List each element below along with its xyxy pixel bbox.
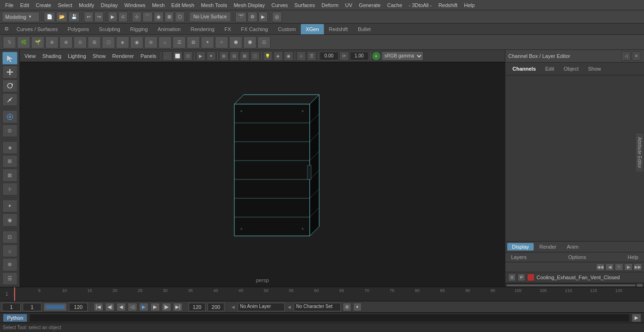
shelf-tab-fx-caching[interactable]: FX Caching bbox=[236, 24, 272, 34]
cb-tab-edit[interactable]: Edit bbox=[541, 65, 559, 73]
paint-select-btn[interactable]: ✦ bbox=[2, 200, 17, 212]
vp-menu-shading[interactable]: Shading bbox=[40, 52, 64, 60]
xgen-icon-3[interactable]: 🌱 bbox=[31, 36, 44, 49]
menu-cache[interactable]: Cache bbox=[384, 1, 405, 9]
menu-redshift[interactable]: Redshift bbox=[435, 1, 461, 9]
xgen-icon-13[interactable]: ☰ bbox=[173, 36, 186, 49]
shelf-tab-polygons[interactable]: Polygons bbox=[63, 24, 93, 34]
layer-prev-btn[interactable]: ◀ bbox=[605, 263, 614, 271]
select-mode-btn[interactable]: ▶ bbox=[108, 12, 117, 22]
vp-menu-renderer[interactable]: Renderer bbox=[109, 52, 137, 60]
layer-back-btn[interactable]: ◀◀ bbox=[596, 263, 604, 271]
attribute-editor-tab[interactable]: Attribute Editor bbox=[635, 133, 644, 172]
current-frame-input[interactable] bbox=[2, 303, 21, 311]
new-btn[interactable]: 📄 bbox=[44, 12, 55, 22]
ao-icon[interactable]: ◉ bbox=[284, 51, 293, 61]
timeline[interactable]: 1 5 10 15 20 25 30 35 40 45 50 55 60 65 … bbox=[0, 287, 644, 301]
script-input[interactable] bbox=[29, 314, 630, 322]
snap-surface-btn[interactable]: ⬡ bbox=[175, 12, 185, 22]
xgen-icon-16[interactable]: ✧ bbox=[215, 36, 228, 49]
parent-btn[interactable]: ⊠ bbox=[2, 169, 17, 181]
xray-btn[interactable]: ◎ bbox=[272, 12, 282, 22]
prev-key-btn[interactable]: ◀| bbox=[105, 303, 115, 311]
show-hide-btn[interactable]: ◈ bbox=[2, 141, 17, 154]
menu-generate[interactable]: Generate bbox=[355, 1, 384, 9]
cluster-btn[interactable]: ⌂ bbox=[2, 244, 17, 257]
range-start-input[interactable] bbox=[23, 303, 41, 311]
shelf-tab-xgen[interactable]: XGen bbox=[301, 24, 323, 34]
sculpt-btn[interactable]: ◉ bbox=[2, 213, 17, 226]
xgen-icon-8[interactable]: ⬡ bbox=[102, 36, 115, 49]
anim-layer-dropdown[interactable]: No Anim Layer bbox=[238, 303, 285, 311]
menu-display[interactable]: Display bbox=[98, 1, 121, 9]
select-tool-btn[interactable] bbox=[2, 52, 17, 65]
paint-icon[interactable]: ✦ bbox=[206, 51, 216, 61]
mode-dropdown[interactable]: Modeling ▼ bbox=[2, 12, 40, 22]
char-set-icon-2[interactable]: ✦ bbox=[353, 303, 362, 311]
cb-tab-object[interactable]: Object bbox=[559, 65, 583, 73]
cam-icon[interactable]: 🎥 bbox=[163, 51, 172, 61]
menu-edit[interactable]: Edit bbox=[17, 1, 33, 9]
play-back-btn[interactable]: ◁ bbox=[128, 303, 137, 311]
layers-scrollbar[interactable] bbox=[505, 283, 644, 287]
cb-tab-show[interactable]: Show bbox=[584, 65, 605, 73]
dr-tab-display[interactable]: Display bbox=[507, 243, 534, 251]
shelf-tab-animation[interactable]: Animation bbox=[153, 24, 185, 34]
xgen-icon-9[interactable]: ◈ bbox=[116, 36, 129, 49]
soft-select-btn[interactable] bbox=[2, 110, 17, 123]
vp-menu-show[interactable]: Show bbox=[90, 52, 109, 60]
anim-end2-input[interactable] bbox=[207, 303, 224, 311]
layer-forward-btn[interactable]: ▶ bbox=[624, 263, 633, 271]
layers-help-btn[interactable]: Help bbox=[625, 253, 641, 261]
rotate-tool-btn[interactable] bbox=[2, 80, 17, 92]
grid-icon[interactable]: ⊹ bbox=[297, 51, 306, 61]
layer-end-btn[interactable]: ▶▶ bbox=[634, 263, 642, 271]
smooth-wire-icon[interactable]: ⊟ bbox=[230, 51, 239, 61]
menu-edit-mesh[interactable]: Edit Mesh bbox=[168, 1, 198, 9]
xgen-icon-17[interactable]: ⬢ bbox=[229, 36, 242, 49]
menu-surfaces[interactable]: Surfaces bbox=[291, 1, 318, 9]
rotation-x-input[interactable] bbox=[320, 52, 339, 60]
wireframe-icon[interactable]: ⊞ bbox=[219, 51, 229, 61]
redo-btn[interactable]: ↪ bbox=[94, 12, 104, 22]
shelf-tab-sculpting[interactable]: Sculpting bbox=[94, 24, 125, 34]
cb-tab-channels[interactable]: Channels bbox=[508, 65, 540, 73]
lasso-btn[interactable]: ⊂ bbox=[118, 12, 128, 22]
shelf-tab-redshift[interactable]: Redshift bbox=[324, 24, 353, 34]
vp-menu-lighting[interactable]: Lighting bbox=[65, 52, 89, 60]
menu-3dtall[interactable]: - 3DtoAll - bbox=[405, 1, 435, 9]
layer-add-btn[interactable]: + bbox=[615, 263, 623, 271]
right-panel-close-btn[interactable]: ✕ bbox=[632, 51, 641, 61]
right-panel-collapse-btn[interactable]: ◁ bbox=[621, 51, 631, 61]
xgen-icon-2[interactable]: 🌿 bbox=[17, 36, 30, 49]
range-bar[interactable] bbox=[43, 303, 67, 311]
play-fwd-btn[interactable]: ▶ bbox=[139, 303, 149, 311]
char-set-icon-1[interactable]: ⚙ bbox=[343, 303, 351, 311]
undo-btn[interactable]: ↩ bbox=[84, 12, 93, 22]
xgen-icon-12[interactable]: ⌂ bbox=[158, 36, 172, 49]
menu-uv[interactable]: UV bbox=[342, 1, 355, 9]
smooth-icon[interactable]: ⊠ bbox=[240, 51, 249, 61]
layer-entry[interactable]: V P Cooling_Exhaust_Fan_Vent_Closed bbox=[505, 272, 644, 283]
xgen-icon-10[interactable]: ◉ bbox=[130, 36, 143, 49]
step-fwd-btn[interactable]: ▶ bbox=[150, 303, 160, 311]
hud-icon[interactable]: ☰ bbox=[307, 51, 316, 61]
ipr-btn[interactable]: ▶ bbox=[258, 12, 268, 22]
xgen-icon-11[interactable]: ⊚ bbox=[144, 36, 157, 49]
ik-btn[interactable]: ☰ bbox=[2, 272, 17, 285]
color-space-select[interactable]: sRGB gamma bbox=[381, 51, 423, 61]
snap-view-btn[interactable]: ⊠ bbox=[165, 12, 174, 22]
snap-to-grid-btn[interactable]: ⊹ bbox=[2, 183, 17, 195]
scale-tool-btn[interactable] bbox=[2, 93, 17, 106]
rotation-y-input[interactable] bbox=[350, 52, 369, 60]
shelf-tab-curves[interactable]: Curves / Surfaces bbox=[12, 24, 62, 34]
python-tab[interactable]: Python bbox=[3, 314, 27, 322]
xgen-icon-14[interactable]: ⊠ bbox=[187, 36, 200, 49]
layers-label[interactable]: Layers bbox=[508, 253, 529, 261]
shelf-tab-rendering[interactable]: Rendering bbox=[186, 24, 219, 34]
next-key-btn[interactable]: |▶ bbox=[162, 303, 171, 311]
layers-options-btn[interactable]: Options bbox=[565, 253, 589, 261]
select-mask-icon[interactable]: ▶ bbox=[196, 51, 206, 61]
go-start-btn[interactable]: |◀ bbox=[94, 303, 103, 311]
menu-create[interactable]: Create bbox=[33, 1, 55, 9]
